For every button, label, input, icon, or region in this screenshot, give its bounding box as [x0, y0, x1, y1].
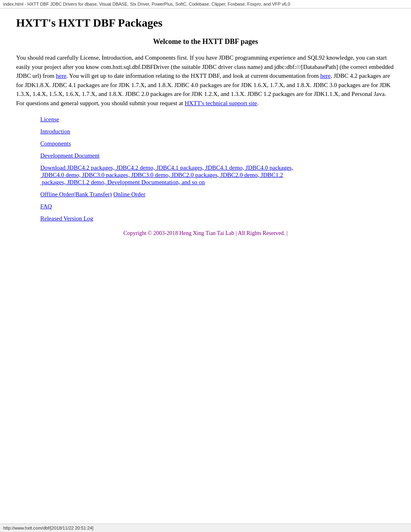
nav-order: Offline Order(Bank Transfer) Online Orde…	[40, 191, 395, 198]
copyright: Copyright © 2003-2018 Heng Xing Tian Tai…	[16, 230, 395, 237]
nav-version-log: Released Version Log	[40, 215, 395, 222]
nav-introduction: Introduction	[40, 128, 395, 135]
nav-faq: FAQ	[40, 203, 395, 210]
nav-download: Download JDBC4.2 packages, JDBC4.2 demo,…	[40, 164, 395, 186]
released-version-log-link[interactable]: Released Version Log	[40, 215, 93, 222]
browser-title-bar: index.html - HXTT DBF JDBC Drivers for d…	[0, 0, 411, 8]
introduction-link[interactable]: Introduction	[40, 128, 70, 135]
nav-components: Components	[40, 140, 395, 147]
welcome-heading: Welcome to the HXTT DBF pages	[16, 37, 395, 46]
page-title: HXTT's HXTT DBF Packages	[16, 17, 395, 29]
intro-text-end: .	[257, 100, 259, 106]
intro-paragraph: You should read carefully License, Intro…	[16, 53, 395, 108]
here-link-2[interactable]: here	[320, 73, 331, 79]
offline-order-link[interactable]: Offline Order(Bank Transfer)	[40, 191, 112, 197]
intro-text-part2: . You will get up to date information re…	[66, 73, 320, 79]
status-bar: http://www.hxtt.com/dbf/[2018/11/22 20:5…	[0, 524, 411, 532]
main-content: HXTT's HXTT DBF Packages Welcome to the …	[0, 8, 411, 261]
download-link[interactable]: Download JDBC4.2 packages, JDBC4.2 demo,…	[40, 164, 293, 185]
license-link[interactable]: License	[40, 116, 59, 123]
nav-dev-doc: Development Document	[40, 152, 395, 159]
status-url: http://www.hxtt.com/dbf/[2018/11/22 20:5…	[3, 526, 93, 530]
nav-license: License	[40, 116, 395, 123]
components-link[interactable]: Components	[40, 140, 71, 147]
development-document-link[interactable]: Development Document	[40, 152, 100, 159]
online-order-link[interactable]: Online Order	[113, 191, 145, 197]
here-link-1[interactable]: here	[56, 73, 66, 79]
faq-link[interactable]: FAQ	[40, 203, 52, 210]
technical-support-link[interactable]: HXTT's technical support site	[185, 100, 257, 106]
browser-title: index.html - HXTT DBF JDBC Drivers for d…	[3, 2, 290, 6]
